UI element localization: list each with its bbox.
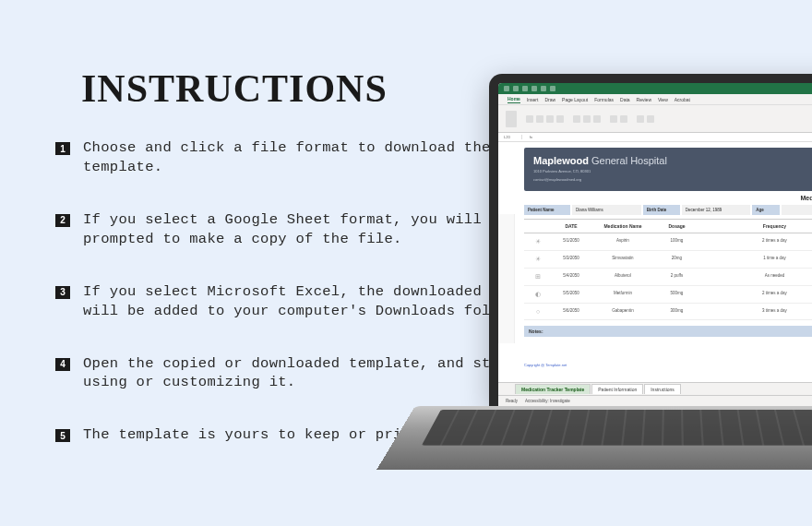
time-icon: ☀ xyxy=(524,233,552,250)
step-number-badge: 1 xyxy=(55,142,70,155)
ribbon-tab[interactable]: Insert xyxy=(527,97,539,102)
worksheet[interactable]: Maplewood General Hospital 1010 Parkview… xyxy=(498,148,812,367)
sheet-tab[interactable]: Medication Tracker Template xyxy=(515,384,591,394)
ribbon-tab[interactable]: Data xyxy=(620,97,630,102)
cell-date[interactable]: 5/4/2050 xyxy=(553,269,590,285)
age-value[interactable] xyxy=(782,205,812,215)
cell-date[interactable]: 5/6/2050 xyxy=(553,304,590,319)
hospital-name: Maplewood General Hospital xyxy=(533,155,812,166)
cell-date[interactable]: 5/3/2050 xyxy=(553,251,590,268)
cell-medication[interactable]: Metformin xyxy=(591,286,655,303)
ribbon-tab[interactable]: Page Layout xyxy=(562,97,588,102)
step-text: Choose and click a file format to downlo… xyxy=(83,138,554,177)
birth-date-value[interactable]: December 12, 1989 xyxy=(682,205,751,215)
step-item: 3 If you select Microsoft Excel, the dow… xyxy=(55,282,554,321)
cell-frequency[interactable]: 2 times a day xyxy=(699,286,812,303)
birth-date-label: Birth Date xyxy=(643,205,680,215)
ribbon-toolbar xyxy=(498,105,812,133)
tracker-title: Medical Tracker xyxy=(498,195,812,201)
col-header: Frequency xyxy=(699,220,812,233)
age-label: Age xyxy=(752,205,780,215)
formula-bar[interactable]: L20 fx xyxy=(498,133,812,142)
time-icon: ○ xyxy=(524,304,552,319)
cell-dosage[interactable]: 300mg xyxy=(656,304,698,319)
cell-medication[interactable]: Aspirin xyxy=(591,233,655,250)
ribbon-tab[interactable]: Acrobat xyxy=(675,97,690,102)
status-ready: Ready xyxy=(506,399,518,403)
col-header xyxy=(524,220,552,233)
paste-icon[interactable] xyxy=(506,111,517,127)
table-row[interactable]: ⊞ 5/4/2050 Albuterol 2 puffs As needed xyxy=(524,269,812,286)
copyright-text: Copyright @ Template.net xyxy=(524,363,812,367)
ribbon-tab[interactable]: Formulas xyxy=(594,97,614,102)
percent-icon[interactable] xyxy=(620,115,627,123)
align-icon[interactable] xyxy=(583,115,591,123)
step-number-badge: 5 xyxy=(55,429,70,442)
laptop-mockup: Home Insert Draw Page Layout Formulas Da… xyxy=(489,74,812,517)
sheet-tab[interactable]: Instructions xyxy=(644,384,681,394)
cell-dosage[interactable]: 100mg xyxy=(656,233,698,250)
table-header-row: DATE Medication Name Dosage Frequency xyxy=(524,219,812,233)
cell-date[interactable]: 5/1/2050 xyxy=(553,233,590,250)
step-number-badge: 2 xyxy=(55,214,70,227)
excel-window: Home Insert Draw Page Layout Formulas Da… xyxy=(498,83,812,406)
italic-icon[interactable] xyxy=(546,115,554,123)
patient-name-value[interactable]: Diana Williams xyxy=(572,205,641,215)
step-item: 1 Choose and click a file format to down… xyxy=(55,138,554,177)
keyboard-icon xyxy=(422,410,812,446)
time-icon: ⊞ xyxy=(524,269,552,285)
cell-medication[interactable]: Simvastatin xyxy=(591,251,655,268)
cell-style-icon[interactable] xyxy=(637,115,644,123)
align-icon[interactable] xyxy=(593,115,601,123)
cell-date[interactable]: 5/5/2050 xyxy=(553,286,590,303)
excel-titlebar xyxy=(498,83,812,94)
cell-frequency[interactable]: As needed xyxy=(699,269,812,285)
col-header: Dosage xyxy=(656,220,698,233)
sheet-tab[interactable]: Patient Information xyxy=(591,384,643,394)
table-row[interactable]: ☀ 5/3/2050 Simvastatin 20mg 1 time a day xyxy=(524,251,812,269)
step-number-badge: 3 xyxy=(55,286,70,299)
table-row[interactable]: ○ 5/6/2050 Gabapentin 300mg 3 times a da… xyxy=(524,304,812,320)
bold-icon[interactable] xyxy=(536,115,543,123)
table-row[interactable]: ☀ 5/1/2050 Aspirin 100mg 2 times a day xyxy=(524,233,812,251)
medication-table: DATE Medication Name Dosage Frequency ☀ … xyxy=(524,219,812,320)
hospital-email: contact@maplewoodmed.org xyxy=(533,177,812,183)
hospital-address: 1010 Parkview Avenue, CO, 80301 xyxy=(533,169,812,174)
page-title: INSTRUCTIONS xyxy=(81,66,388,111)
cell-medication[interactable]: Albuterol xyxy=(591,269,655,285)
status-bar: Ready Accessibility: Investigate xyxy=(498,395,812,406)
cell-medication[interactable]: Gabapentin xyxy=(591,304,655,319)
row-headers xyxy=(498,214,515,343)
patient-info-row: Patient Name Diana Williams Birth Date D… xyxy=(524,205,812,215)
time-icon: ◐ xyxy=(524,286,552,303)
font-icon[interactable] xyxy=(526,115,533,123)
notes-label: Notes: xyxy=(524,326,812,337)
table-row[interactable]: ◐ 5/5/2050 Metformin 500mg 2 times a day xyxy=(524,286,812,304)
cell-frequency[interactable]: 2 times a day xyxy=(699,233,812,250)
cell-dosage[interactable]: 2 puffs xyxy=(656,269,698,285)
ribbon-tab[interactable]: Review xyxy=(637,97,651,102)
step-text: If you select Microsoft Excel, the downl… xyxy=(83,282,554,321)
ribbon-tabs: Home Insert Draw Page Layout Formulas Da… xyxy=(498,94,812,105)
align-icon[interactable] xyxy=(573,115,580,123)
cell-style-icon[interactable] xyxy=(647,115,654,123)
cell-frequency[interactable]: 3 times a day xyxy=(699,304,812,319)
step-text: Open the copied or downloaded template, … xyxy=(83,354,554,393)
hospital-banner: Maplewood General Hospital 1010 Parkview… xyxy=(524,148,812,191)
ribbon-tab[interactable]: View xyxy=(658,97,668,102)
step-item: 2 If you select a Google Sheet format, y… xyxy=(55,210,554,249)
fx-label: fx xyxy=(530,135,532,139)
cell-dosage[interactable]: 500mg xyxy=(656,286,698,303)
number-format-icon[interactable] xyxy=(610,115,617,123)
laptop-keyboard-base xyxy=(376,406,812,470)
patient-name-label: Patient Name xyxy=(524,205,570,215)
time-icon: ☀ xyxy=(524,251,552,268)
ribbon-tab[interactable]: Draw xyxy=(544,97,555,102)
underline-icon[interactable] xyxy=(556,115,564,123)
step-text: If you select a Google Sheet format, you… xyxy=(83,210,554,249)
cell-dosage[interactable]: 20mg xyxy=(656,251,698,268)
name-box[interactable]: L20 xyxy=(504,135,522,139)
cell-frequency[interactable]: 1 time a day xyxy=(699,251,812,268)
ribbon-tab-home[interactable]: Home xyxy=(508,96,520,103)
laptop-screen-frame: Home Insert Draw Page Layout Formulas Da… xyxy=(489,74,812,406)
